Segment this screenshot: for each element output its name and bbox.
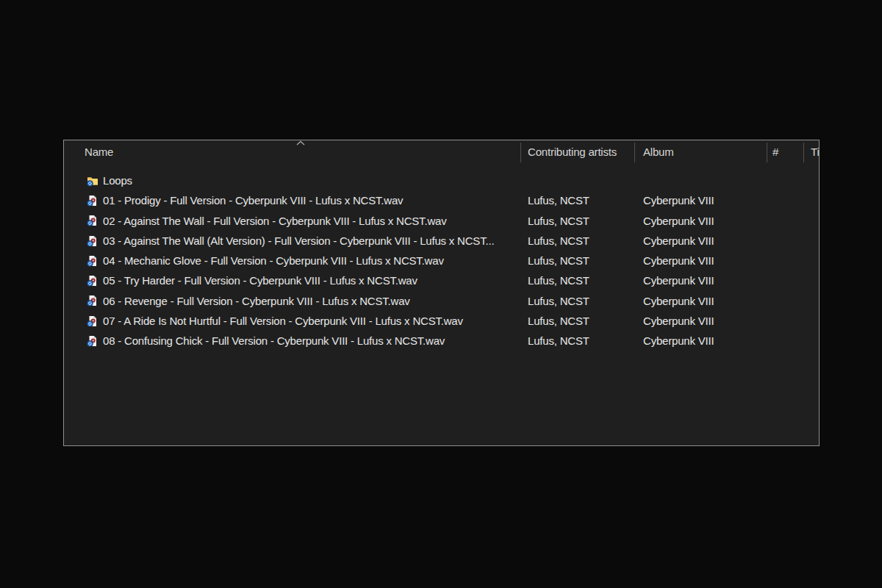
column-header-contributing-artists[interactable]: Contributing artists bbox=[528, 140, 617, 164]
file-album: Cyberpunk VIII bbox=[643, 231, 714, 251]
file-list: Loops 01 - Prodigy - Full Version - Cybe… bbox=[64, 164, 819, 351]
column-header-row: Name Contributing artists Album # Ti bbox=[64, 140, 819, 164]
column-resize-handle[interactable] bbox=[767, 143, 767, 162]
audio-file-icon bbox=[87, 195, 98, 207]
file-name: 05 - Try Harder - Full Version - Cyberpu… bbox=[103, 270, 519, 290]
column-resize-handle[interactable] bbox=[803, 143, 804, 162]
file-contributing-artists: Lufus, NCST bbox=[528, 291, 589, 311]
audio-file-icon bbox=[87, 275, 98, 287]
file-name: 04 - Mechanic Glove - Full Version - Cyb… bbox=[103, 251, 519, 270]
audio-file-icon bbox=[87, 235, 98, 247]
file-album: Cyberpunk VIII bbox=[643, 190, 714, 210]
file-album: Cyberpunk VIII bbox=[643, 331, 714, 351]
folder-name: Loops bbox=[103, 171, 519, 190]
file-contributing-artists: Lufus, NCST bbox=[528, 211, 589, 231]
file-name: 01 - Prodigy - Full Version - Cyberpunk … bbox=[103, 190, 519, 210]
file-row[interactable]: 03 - Against The Wall (Alt Version) - Fu… bbox=[64, 231, 819, 251]
column-resize-handle[interactable] bbox=[634, 143, 635, 162]
audio-file-icon bbox=[87, 255, 98, 267]
sync-badge-icon bbox=[87, 341, 93, 347]
explorer-window: Name Contributing artists Album # Ti bbox=[63, 140, 820, 446]
desktop-background: Name Contributing artists Album # Ti bbox=[0, 0, 882, 588]
column-header-title[interactable]: Ti bbox=[811, 140, 820, 164]
file-contributing-artists: Lufus, NCST bbox=[528, 231, 589, 251]
column-header-track-number[interactable]: # bbox=[772, 140, 778, 164]
file-contributing-artists: Lufus, NCST bbox=[528, 251, 589, 270]
file-row[interactable]: 02 - Against The Wall - Full Version - C… bbox=[64, 211, 819, 231]
file-row[interactable]: 07 - A Ride Is Not Hurtful - Full Versio… bbox=[64, 311, 819, 331]
file-name: 08 - Confusing Chick - Full Version - Cy… bbox=[103, 331, 519, 351]
audio-file-icon bbox=[87, 295, 98, 306]
file-album: Cyberpunk VIII bbox=[643, 211, 714, 231]
file-contributing-artists: Lufus, NCST bbox=[528, 311, 589, 331]
audio-file-icon bbox=[87, 335, 98, 347]
file-album: Cyberpunk VIII bbox=[643, 251, 714, 270]
column-header-name[interactable]: Name bbox=[85, 140, 113, 164]
file-name: 07 - A Ride Is Not Hurtful - Full Versio… bbox=[103, 311, 519, 331]
audio-file-icon bbox=[87, 315, 98, 327]
synced-folder-icon bbox=[87, 175, 98, 187]
column-resize-handle[interactable] bbox=[520, 143, 521, 162]
sync-badge-icon bbox=[87, 320, 93, 326]
file-contributing-artists: Lufus, NCST bbox=[528, 331, 589, 351]
file-row[interactable]: 06 - Revenge - Full Version - Cyberpunk … bbox=[64, 291, 819, 311]
file-album: Cyberpunk VIII bbox=[643, 311, 714, 331]
column-header-album[interactable]: Album bbox=[643, 140, 674, 164]
sync-badge-icon bbox=[87, 281, 93, 287]
file-contributing-artists: Lufus, NCST bbox=[528, 270, 589, 290]
sync-badge-icon bbox=[87, 180, 93, 186]
file-name: 02 - Against The Wall - Full Version - C… bbox=[103, 211, 519, 231]
file-row[interactable]: 04 - Mechanic Glove - Full Version - Cyb… bbox=[64, 251, 819, 270]
sync-badge-icon bbox=[87, 301, 93, 306]
sync-badge-icon bbox=[87, 260, 93, 266]
file-row[interactable]: 05 - Try Harder - Full Version - Cyberpu… bbox=[64, 270, 819, 290]
file-name: 03 - Against The Wall (Alt Version) - Fu… bbox=[103, 231, 519, 251]
file-row[interactable]: 08 - Confusing Chick - Full Version - Cy… bbox=[64, 331, 819, 351]
file-name: 06 - Revenge - Full Version - Cyberpunk … bbox=[103, 291, 519, 311]
file-album: Cyberpunk VIII bbox=[643, 291, 714, 311]
audio-file-icon bbox=[87, 215, 98, 226]
sync-badge-icon bbox=[87, 201, 93, 207]
file-row[interactable]: 01 - Prodigy - Full Version - Cyberpunk … bbox=[64, 190, 819, 210]
folder-row[interactable]: Loops bbox=[64, 171, 819, 190]
file-album: Cyberpunk VIII bbox=[643, 270, 714, 290]
file-contributing-artists: Lufus, NCST bbox=[528, 190, 589, 210]
sync-badge-icon bbox=[87, 240, 93, 246]
sync-badge-icon bbox=[87, 220, 93, 226]
